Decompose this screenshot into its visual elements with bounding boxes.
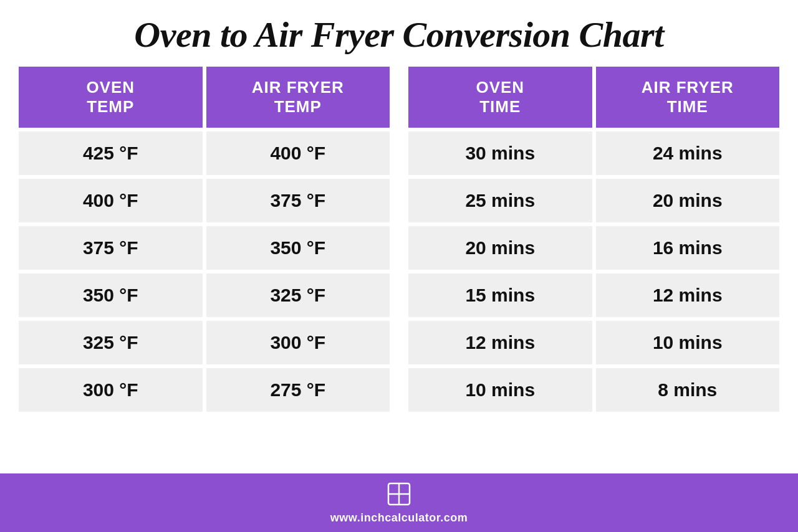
oven-time-cell: 25 mins [408, 179, 592, 222]
oven-time-cell: 10 mins [408, 368, 592, 412]
time-table: OVENTIME AIR FRYERTIME 30 mins24 mins25 … [408, 67, 779, 473]
oven-temp-cell: 425 °F [19, 131, 203, 175]
table-row: 325 °F300 °F [19, 321, 390, 364]
air-fryer-temp-cell: 325 °F [206, 273, 390, 317]
table-row: 10 mins8 mins [408, 368, 779, 412]
table-row: 350 °F325 °F [19, 273, 390, 317]
oven-time-cell: 20 mins [408, 226, 592, 270]
temp-table-body: 425 °F400 °F400 °F375 °F375 °F350 °F350 … [19, 131, 390, 412]
air-fryer-temp-cell: 275 °F [206, 368, 390, 412]
oven-temp-cell: 375 °F [19, 226, 203, 270]
air-fryer-time-cell: 24 mins [596, 131, 780, 175]
oven-temp-cell: 350 °F [19, 273, 203, 317]
table-row: 375 °F350 °F [19, 226, 390, 270]
time-header-row: OVENTIME AIR FRYERTIME [408, 67, 779, 128]
air-fryer-temp-cell: 300 °F [206, 321, 390, 364]
air-fryer-temp-cell: 350 °F [206, 226, 390, 270]
table-row: 12 mins10 mins [408, 321, 779, 364]
tables-container: OVENTEMP AIR FRYERTEMP 425 °F400 °F400 °… [19, 67, 779, 473]
oven-temp-cell: 400 °F [19, 179, 203, 222]
table-row: 30 mins24 mins [408, 131, 779, 175]
oven-time-cell: 30 mins [408, 131, 592, 175]
table-row: 15 mins12 mins [408, 273, 779, 317]
air-fryer-time-cell: 16 mins [596, 226, 780, 270]
table-row: 20 mins16 mins [408, 226, 779, 270]
air-fryer-temp-cell: 375 °F [206, 179, 390, 222]
air-fryer-time-cell: 10 mins [596, 321, 780, 364]
air-fryer-time-cell: 12 mins [596, 273, 780, 317]
temp-header-row: OVENTEMP AIR FRYERTEMP [19, 67, 390, 128]
table-row: 25 mins20 mins [408, 179, 779, 222]
oven-temp-header: OVENTEMP [19, 67, 203, 128]
calculator-icon [387, 482, 411, 509]
table-row: 300 °F275 °F [19, 368, 390, 412]
oven-temp-cell: 325 °F [19, 321, 203, 364]
oven-time-cell: 15 mins [408, 273, 592, 317]
footer-url: www.inchcalculator.com [330, 511, 468, 525]
footer: www.inchcalculator.com [0, 473, 798, 532]
temp-table: OVENTEMP AIR FRYERTEMP 425 °F400 °F400 °… [19, 67, 390, 473]
oven-temp-cell: 300 °F [19, 368, 203, 412]
table-row: 400 °F375 °F [19, 179, 390, 222]
air-fryer-temp-header: AIR FRYERTEMP [206, 67, 390, 128]
air-fryer-temp-cell: 400 °F [206, 131, 390, 175]
page-title: Oven to Air Fryer Conversion Chart [134, 0, 663, 67]
oven-time-cell: 12 mins [408, 321, 592, 364]
air-fryer-time-cell: 20 mins [596, 179, 780, 222]
air-fryer-time-header: AIR FRYERTIME [596, 67, 780, 128]
time-table-body: 30 mins24 mins25 mins20 mins20 mins16 mi… [408, 131, 779, 412]
air-fryer-time-cell: 8 mins [596, 368, 780, 412]
table-row: 425 °F400 °F [19, 131, 390, 175]
oven-time-header: OVENTIME [408, 67, 592, 128]
